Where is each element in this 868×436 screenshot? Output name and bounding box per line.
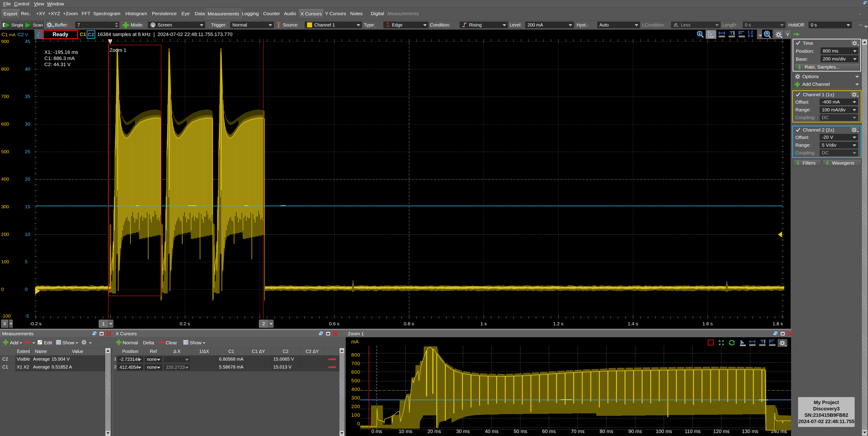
svg-text:Zoom 1: Zoom 1 [110, 47, 126, 53]
svg-text:1: 1 [699, 32, 701, 35]
svg-text:C2: 44.31 V: C2: 44.31 V [44, 62, 71, 67]
svg-text:X1: -195.16 ms: X1: -195.16 ms [44, 49, 78, 55]
svg-text:C1: 886.3 mA: C1: 886.3 mA [44, 55, 75, 61]
